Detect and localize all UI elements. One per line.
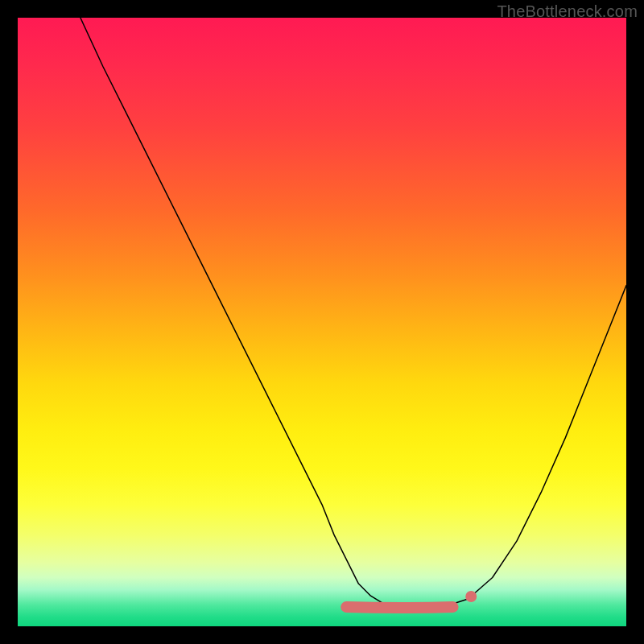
curve-layer	[18, 18, 626, 626]
detached-dot-marker	[465, 591, 477, 602]
chart-stage: TheBottleneck.com	[0, 0, 644, 644]
bottom-band-marker	[346, 607, 452, 608]
plot-area	[18, 18, 626, 626]
bottleneck-curve	[80, 18, 626, 608]
